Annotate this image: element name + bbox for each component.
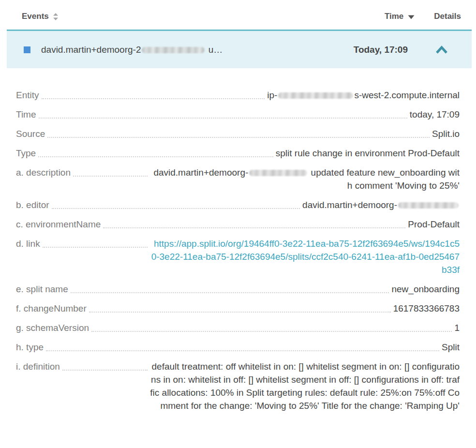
caret-down-icon [408,14,415,19]
details-column-header: Details [434,12,461,21]
link-value[interactable]: https://app.split.io/org/19464ff0-3e22-1… [150,237,460,276]
table-header-right: Time Details [385,12,461,21]
dotted-leader [89,302,391,313]
detail-label: f. changeNumber [16,302,87,315]
dotted-leader [47,127,430,138]
detail-row: a. description david.martin+demoorg- upd… [16,166,460,192]
detail-label: c. environmentName [16,218,101,231]
detail-value: ip-s-west-2.compute.internal [267,89,460,102]
event-details: Entity ip-s-west-2.compute.internal Time… [0,68,476,412]
detail-label: i. definition [16,360,60,373]
detail-label: Time [16,108,36,121]
dotted-leader [52,198,300,209]
dotted-leader [91,321,452,332]
detail-row: Type split rule change in environment Pr… [16,147,460,160]
detail-row: Entity ip-s-west-2.compute.internal [16,89,460,102]
redacted-text [398,202,459,209]
detail-label: Type [16,147,36,160]
event-row[interactable]: david.martin+demoorg-2 u… Today, 17:09 [7,30,472,68]
events-column-label: Events [22,12,49,21]
sort-arrows-icon[interactable] [53,13,59,21]
detail-value: david.martin+demoorg- [302,198,460,211]
detail-value: split rule change in environment Prod-De… [276,147,460,160]
detail-label: a. description [16,166,71,179]
time-column-label: Time [385,12,403,21]
detail-value: new_onboarding [391,283,460,296]
detail-label: h. type [16,341,44,354]
detail-value: default treatment: off whitelist in on: … [150,360,460,412]
dotted-leader [62,360,148,371]
detail-value: david.martin+demoorg- updated feature ne… [150,166,460,192]
dotted-leader [46,341,439,351]
detail-label: b. editor [16,198,49,211]
detail-label: e. split name [16,283,68,296]
event-time: Today, 17:09 [354,45,408,55]
detail-label: Source [16,127,45,140]
table-header: Events Time Details [0,0,476,21]
blue-square-icon [24,46,30,53]
detail-row: b. editor david.martin+demoorg- [16,198,460,211]
detail-value: Split [442,341,460,354]
event-title: david.martin+demoorg-2 u… [41,45,223,55]
detail-row: Time today, 17:09 [16,108,460,121]
detail-row: f. changeNumber 1617833366783 [16,302,460,315]
dotted-leader [39,108,407,119]
detail-label: Entity [16,89,39,102]
detail-row: e. split name new_onboarding [16,283,460,296]
detail-value: 1 [454,321,460,334]
redacted-text [278,92,353,99]
dotted-leader [103,218,405,228]
detail-value: today, 17:09 [410,108,460,121]
detail-row: c. environmentName Prod-Default [16,218,460,231]
dotted-leader [73,166,148,177]
dotted-leader [71,283,389,293]
redacted-text [249,170,307,176]
detail-value: Prod-Default [408,218,460,231]
dotted-leader [43,237,148,248]
dotted-leader [42,89,265,99]
detail-value: Split.io [432,127,460,140]
detail-row: g. schemaVersion 1 [16,321,460,334]
detail-row: d. link https://app.split.io/org/19464ff… [16,237,460,276]
detail-label: g. schemaVersion [16,321,89,334]
time-column-header[interactable]: Time [385,12,415,21]
events-panel: Events Time Details david.marti [0,0,476,448]
detail-row: h. type Split [16,341,460,354]
chevron-up-icon[interactable] [435,45,448,55]
detail-value: 1617833366783 [393,302,460,315]
detail-row: Source Split.io [16,127,460,140]
detail-label: d. link [16,237,40,250]
dotted-leader [38,147,273,157]
redacted-text [142,47,205,53]
events-column-header[interactable]: Events [22,12,59,21]
detail-row: i. definition default treatment: off whi… [16,360,460,412]
